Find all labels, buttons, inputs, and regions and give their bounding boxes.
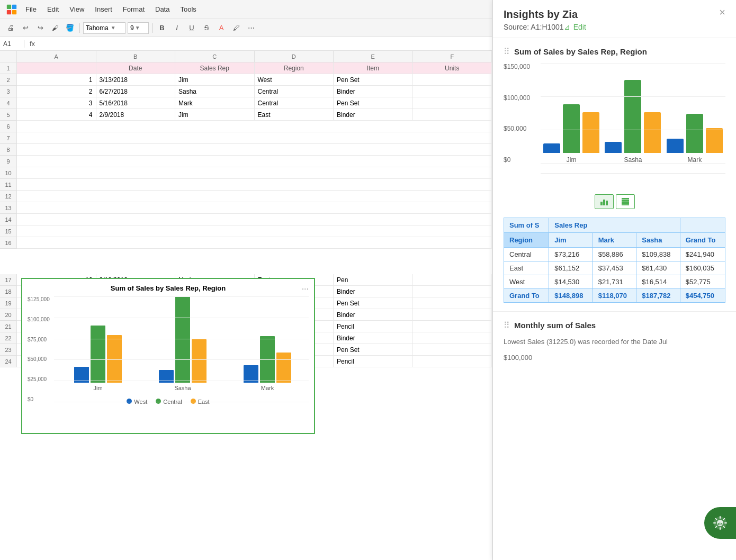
cell-reference: A1 [3,40,24,48]
cell-f5[interactable] [413,109,492,121]
svg-rect-0 [7,4,11,8]
cell-a1[interactable] [17,62,96,74]
cell-b4[interactable]: 5/16/2018 [96,97,176,109]
undo-button[interactable]: ↩ [19,22,32,34]
pivot-row-east: East $61,152 $37,453 $61,430 $160,035 [504,261,725,275]
format-painter-button[interactable]: 🖌 [49,22,61,34]
drag-handle-2[interactable]: ⠿ [504,320,510,330]
cell-e5[interactable]: Binder [334,109,413,121]
bar-chart-button[interactable] [595,194,614,209]
cell-c5[interactable]: Jim [175,109,255,121]
print-button[interactable]: 🖨 [4,22,17,34]
cell-d1[interactable]: Region [255,62,334,74]
cell-d4[interactable]: Central [255,97,334,109]
pivot-table: Sum of S Sales Rep Region Jim Mark Sasha… [504,218,725,303]
cell-c4[interactable]: Mark [175,97,255,109]
insights-y-labels: $150,000 $100,000 $50,000 $0 [504,63,530,164]
cell-f4[interactable] [413,97,492,109]
cell-b1[interactable]: Date [96,62,176,74]
font-dropdown-icon[interactable]: ▼ [111,25,116,31]
svg-rect-10 [622,204,629,205]
svg-rect-8 [622,200,629,202]
more-button[interactable]: ⋯ [245,22,257,34]
close-button[interactable]: × [719,6,725,19]
underline-button[interactable]: U [185,22,198,34]
pivot-row-central: Central $73,216 $58,886 $109,838 $241,94… [504,248,725,261]
menu-insert[interactable]: Insert [91,3,116,15]
bold-button[interactable]: B [156,22,168,34]
menu-edit[interactable]: Edit [43,3,63,15]
edit-button[interactable]: Edit [573,23,586,31]
font-selector[interactable]: Tahoma ▼ [83,22,125,34]
drag-handle-1[interactable]: ⠿ [504,47,510,57]
chart-legend: West Central East [28,399,309,405]
cell-d2[interactable]: West [255,74,334,86]
grid-area: A B C D E F 1 Date Sales Rep Region Item… [0,51,492,560]
cell-c2[interactable]: Jim [175,74,255,86]
menu-file[interactable]: File [21,3,41,15]
jim-east-bar [107,335,122,383]
menu-tools[interactable]: Tools [176,3,200,15]
font-size-dropdown-icon[interactable]: ▼ [135,25,140,31]
cell-a2[interactable]: 1 [17,74,96,86]
highlight-button[interactable]: 🖊 [230,22,243,34]
row-num-2: 2 [0,74,17,86]
monthly-note: Lowest Sales (31225.0) was recorded for … [504,337,725,347]
cell-b2[interactable]: 3/13/2018 [96,74,176,86]
cell-a5[interactable]: 4 [17,109,96,121]
cell-e3[interactable]: Binder [334,86,413,97]
cell-d3[interactable]: Central [255,86,334,97]
zia-button[interactable]: zia [704,507,736,539]
chart-person-mark: Mark [244,336,291,391]
menu-data[interactable]: Data [151,3,174,15]
cell-13 [17,202,492,214]
pivot-header-empty [680,218,725,233]
chart-more-button[interactable]: ··· [302,284,309,294]
row-num-4: 4 [0,97,17,109]
font-color-button[interactable]: A [215,22,228,34]
cell-a3[interactable]: 2 [17,86,96,97]
menu-view[interactable]: View [65,3,88,15]
cell-15 [17,225,492,237]
sasha-label: Sasha [174,385,191,391]
redo-button[interactable]: ↪ [34,22,47,34]
col-header-f: F [413,51,492,62]
mark-east-bar [276,353,291,383]
cell-9 [17,156,492,167]
menu-format[interactable]: Format [119,3,149,15]
section-sales-chart: ⠿ Sum of Sales by Sales Rep, Region $150… [493,38,736,312]
pivot-col-jim: Jim [549,233,593,248]
paint-bucket-button[interactable]: 🪣 [64,22,76,34]
panel-title: Insights by Zia [504,8,586,21]
sasha-west-val: $16,514 [636,275,680,289]
svg-text:zia: zia [717,522,722,526]
cell-f3[interactable] [413,86,492,97]
filter-icon[interactable]: ⊿ [564,23,570,31]
x-axis [541,174,725,174]
cell-d5[interactable]: East [255,109,334,121]
legend-east: East [191,399,210,405]
cell-e4[interactable]: Pen Set [334,97,413,109]
cell-c3[interactable]: Sasha [175,86,255,97]
font-size-selector[interactable]: 9 ▼ [128,22,149,34]
pivot-col-mark: Mark [593,233,636,248]
cell-e1[interactable]: Item [334,62,413,74]
cell-b3[interactable]: 6/27/2018 [96,86,176,97]
strikethrough-button[interactable]: S [200,22,213,34]
cell-12 [17,191,492,202]
table-view-button[interactable] [616,194,635,209]
panel-source: Source: A1:H1001 [504,23,564,31]
cell-f2[interactable] [413,74,492,86]
cell-16 [17,237,492,249]
region-central: Central [504,248,549,261]
svg-rect-9 [622,202,629,204]
cell-e2[interactable]: Pen Set [334,74,413,86]
italic-button[interactable]: I [170,22,183,34]
svg-rect-6 [606,201,608,205]
cell-b5[interactable]: 2/9/2018 [96,109,176,121]
cell-c1[interactable]: Sales Rep [175,62,255,74]
cell-11 [17,179,492,191]
cell-a4[interactable]: 3 [17,97,96,109]
cell-f1[interactable]: Units [413,62,492,74]
app-container: File Edit View Insert Format Data Tools … [0,0,736,560]
